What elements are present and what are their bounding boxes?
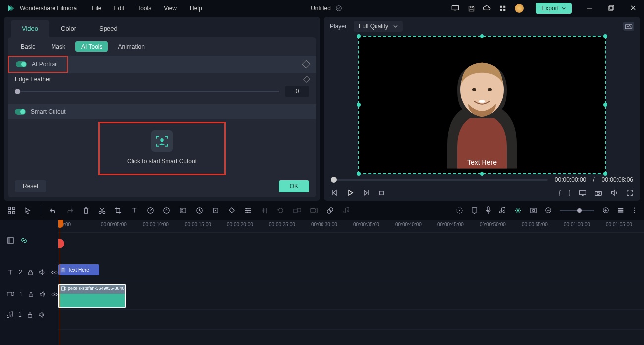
track-panel-icon[interactable]	[7, 237, 14, 244]
text-icon[interactable]	[131, 207, 138, 214]
adjust-icon[interactable]	[244, 207, 252, 214]
mute-icon[interactable]	[39, 291, 46, 297]
snapshot-icon[interactable]	[594, 190, 602, 196]
rotate-icon[interactable]	[277, 207, 284, 214]
eye-icon[interactable]	[51, 270, 58, 275]
mark-out-icon[interactable]: }	[569, 189, 571, 196]
lock-icon[interactable]	[28, 291, 34, 297]
video-clip[interactable]: pexels-stefan-3649035-3840	[58, 284, 126, 308]
lock-icon[interactable]	[27, 312, 33, 318]
keyframe-icon[interactable]	[228, 207, 235, 214]
mask-icon[interactable]	[179, 207, 187, 214]
audio-edit-icon[interactable]	[261, 207, 268, 214]
grid-icon[interactable]	[8, 207, 15, 214]
mixer-icon[interactable]	[499, 207, 506, 214]
edge-feather-keyframe-icon[interactable]	[303, 76, 310, 83]
record-icon[interactable]	[310, 207, 318, 214]
subtab-ai-tools[interactable]: AI Tools	[75, 41, 108, 52]
resize-handle[interactable]	[357, 172, 361, 176]
more-icon[interactable]	[632, 207, 636, 213]
slider-handle[interactable]	[15, 89, 20, 94]
minimize-button[interactable]	[587, 5, 593, 12]
mute-icon[interactable]	[38, 312, 45, 318]
timeline-ruler[interactable]: 00:0000:00:05:0000:00:10:0000:00:15:0000…	[58, 220, 644, 233]
delete-icon[interactable]	[83, 207, 89, 214]
subtab-basic[interactable]: Basic	[15, 41, 41, 52]
smart-cutout-toggle[interactable]	[15, 109, 26, 115]
edge-feather-slider[interactable]	[15, 91, 279, 92]
subtab-animation[interactable]: Animation	[112, 41, 150, 52]
snapshot-button[interactable]	[623, 22, 634, 31]
resize-handle[interactable]	[603, 103, 607, 107]
speed-curve-icon[interactable]	[196, 207, 203, 214]
mark-in-icon[interactable]: {	[559, 189, 561, 196]
display-icon[interactable]	[579, 190, 587, 196]
resize-handle[interactable]	[357, 103, 361, 107]
tab-speed[interactable]: Speed	[88, 20, 129, 37]
scrub-handle[interactable]	[331, 177, 337, 183]
user-avatar[interactable]	[515, 4, 524, 13]
resize-handle[interactable]	[480, 172, 484, 176]
menu-edit[interactable]: Edit	[114, 5, 125, 12]
zoom-in-icon[interactable]	[602, 207, 609, 214]
resize-handle[interactable]	[357, 34, 361, 38]
ok-button[interactable]: OK	[279, 180, 309, 192]
preview-canvas[interactable]: Text Here	[358, 36, 606, 174]
lock-icon[interactable]	[27, 269, 34, 276]
tab-color[interactable]: Color	[50, 20, 87, 37]
audio-track-lane[interactable]	[58, 310, 644, 330]
smart-cutout-button[interactable]	[151, 130, 173, 152]
maximize-button[interactable]	[608, 5, 615, 12]
text-clip[interactable]: Text Here	[58, 264, 99, 275]
ai-portrait-keyframe-icon[interactable]	[302, 60, 311, 69]
zoom-handle[interactable]	[577, 208, 582, 213]
zoom-slider[interactable]	[560, 210, 594, 211]
color-icon[interactable]	[163, 207, 170, 214]
track-motion-icon[interactable]	[212, 207, 219, 214]
apps-icon[interactable]	[499, 4, 507, 12]
crop-icon[interactable]	[114, 207, 122, 214]
next-frame-button[interactable]	[363, 189, 370, 196]
volume-icon[interactable]	[610, 189, 618, 196]
edge-feather-value[interactable]: 0	[285, 86, 309, 97]
cut-icon[interactable]	[98, 207, 106, 214]
video-track-header[interactable]: 1	[0, 283, 58, 305]
menu-view[interactable]: View	[164, 5, 177, 12]
stop-button[interactable]	[378, 189, 385, 196]
fullscreen-icon[interactable]	[626, 189, 633, 196]
playhead-handle[interactable]	[58, 220, 63, 228]
zoom-out-icon[interactable]	[545, 207, 552, 214]
audio-tool-icon[interactable]	[343, 207, 350, 214]
eye-icon[interactable]	[51, 292, 58, 297]
cursor-icon[interactable]	[24, 207, 31, 214]
timeline-view-icon[interactable]	[617, 207, 624, 214]
redo-icon[interactable]	[66, 207, 74, 214]
auto-beat-icon[interactable]	[514, 207, 522, 214]
audio-track-header[interactable]: 1	[0, 305, 58, 325]
menu-file[interactable]: File	[92, 5, 101, 12]
timeline-tracks[interactable]: 00:0000:00:05:0000:00:10:0000:00:15:0000…	[58, 220, 644, 345]
save-icon[interactable]	[467, 4, 475, 12]
export-button[interactable]: Export	[536, 3, 572, 14]
reset-button[interactable]: Reset	[15, 180, 46, 192]
tab-video[interactable]: Video	[11, 20, 49, 37]
quality-dropdown[interactable]: Full Quality	[354, 21, 403, 32]
menu-tools[interactable]: Tools	[137, 5, 151, 12]
undo-icon[interactable]	[49, 207, 57, 214]
resize-handle[interactable]	[603, 34, 607, 38]
group-icon[interactable]	[293, 207, 301, 214]
link-icon[interactable]	[20, 237, 28, 244]
text-track-lane[interactable]: Text Here	[58, 260, 644, 282]
voiceover-icon[interactable]	[485, 206, 491, 214]
subtab-mask[interactable]: Mask	[45, 41, 71, 52]
text-track-header[interactable]: 2	[0, 261, 58, 283]
speed-icon[interactable]	[147, 207, 154, 214]
menu-help[interactable]: Help	[190, 5, 202, 12]
close-button[interactable]	[630, 5, 637, 12]
monitor-icon[interactable]	[451, 4, 459, 12]
chroma-icon[interactable]	[326, 207, 334, 214]
preview-scrubbar[interactable]	[331, 179, 548, 181]
video-track-lane[interactable]: pexels-stefan-3649035-3840	[58, 282, 644, 310]
cloud-icon[interactable]	[483, 4, 491, 12]
resize-handle[interactable]	[603, 172, 607, 176]
